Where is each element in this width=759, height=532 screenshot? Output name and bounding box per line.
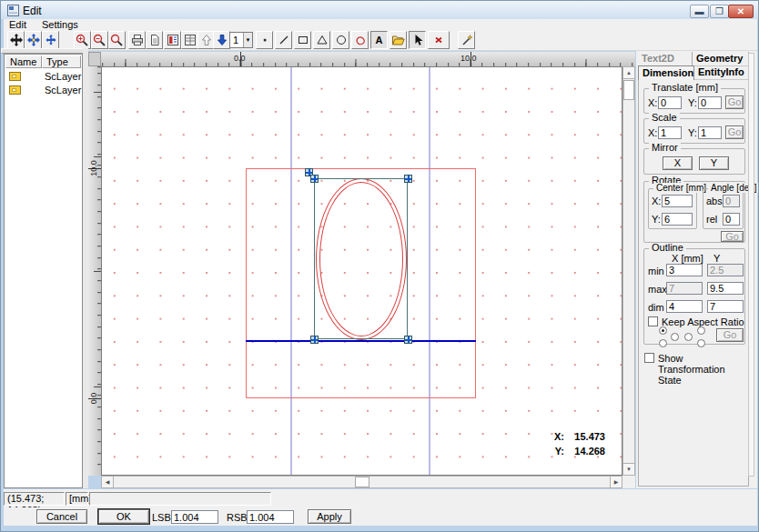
ruler-label: 0.0: [234, 54, 246, 63]
selection-handle-tl[interactable]: [310, 175, 319, 183]
rel-label: rel: [706, 214, 717, 225]
rotate-center-title: Center [mm]: [653, 183, 709, 193]
point-tool-button[interactable]: [256, 31, 273, 49]
zoom-out-button[interactable]: [91, 31, 108, 49]
selection-handle-br[interactable]: [404, 336, 412, 344]
maximize-button[interactable]: ❐: [710, 5, 729, 18]
outline-min-y-input: [707, 264, 744, 276]
tab-dimension[interactable]: Dimension: [638, 65, 694, 80]
scale-go-button[interactable]: Go: [725, 125, 744, 139]
mirror-y-button[interactable]: Y: [699, 156, 729, 170]
translate-x-input[interactable]: [658, 96, 682, 109]
cancel-button[interactable]: Cancel: [36, 509, 87, 524]
mirror-x-button[interactable]: X: [663, 156, 693, 170]
open-folder-icon: [391, 34, 405, 46]
close-button[interactable]: ✕: [728, 5, 754, 18]
tab-text2d[interactable]: Text2D: [638, 52, 693, 66]
anchor-radio-center-right[interactable]: [684, 333, 693, 341]
column-header-type[interactable]: Type: [42, 55, 81, 68]
translate-go-button[interactable]: Go: [725, 95, 744, 109]
outline-dim-x-input[interactable]: [666, 300, 703, 313]
tab-geometry[interactable]: Geometry: [693, 52, 749, 66]
menu-settings[interactable]: Settings: [36, 19, 86, 30]
minimize-button[interactable]: ▬: [690, 5, 709, 18]
pan-view-button[interactable]: [7, 31, 25, 49]
scroll-down-icon[interactable]: ▼: [622, 463, 635, 476]
chevron-down-icon[interactable]: ▼: [243, 33, 252, 47]
selection-handle-bl[interactable]: [310, 336, 319, 344]
outline-max-x-input: [666, 282, 703, 295]
polyline-tool-button[interactable]: [351, 31, 369, 49]
rotate-center-y-input[interactable]: [662, 213, 693, 226]
outline-dim-y-input[interactable]: [707, 300, 744, 313]
polyline-icon: [354, 34, 367, 46]
move-layer-down-button[interactable]: [213, 31, 230, 49]
circle-tool-button[interactable]: [332, 31, 349, 49]
window-title: Edit: [23, 5, 42, 17]
anchor-radio-center-left[interactable]: [671, 333, 679, 341]
pan-entity-button[interactable]: [25, 31, 42, 49]
keep-aspect-checkbox[interactable]: [648, 316, 658, 326]
scroll-up-icon[interactable]: ▲: [622, 66, 635, 79]
rectangle-icon: [297, 34, 309, 46]
import-tool-button[interactable]: [390, 31, 407, 49]
outline-min-x-input[interactable]: [666, 264, 703, 276]
scroll-right-icon[interactable]: ▶: [610, 476, 622, 488]
apply-button[interactable]: Apply: [308, 509, 351, 524]
pan-fine-button[interactable]: [42, 31, 59, 49]
vertical-scroll-thumb[interactable]: [623, 80, 634, 100]
text-tool-button[interactable]: A: [370, 31, 388, 49]
rotate-center-x-input[interactable]: [662, 195, 693, 207]
window-frame-bottom: [1, 526, 759, 532]
layer-row[interactable]: ScLayer: [6, 70, 81, 84]
outline-go-button[interactable]: Go: [716, 328, 744, 342]
property-grid-toggle-button[interactable]: [181, 31, 198, 49]
selection-handle-tr[interactable]: [404, 175, 412, 183]
rotate-rel-input[interactable]: [723, 213, 740, 226]
tab-entityinfo[interactable]: EntityInfo: [694, 65, 749, 80]
menu-edit[interactable]: Edit: [4, 19, 34, 30]
ok-button[interactable]: OK: [98, 509, 149, 524]
cursor-arrow-icon: [411, 34, 424, 46]
column-header-name[interactable]: Name: [5, 55, 42, 68]
print-preview-button[interactable]: [146, 31, 163, 49]
anchor-radio-bottom-left[interactable]: [659, 339, 667, 347]
horizontal-scrollbar[interactable]: ◀ ▶: [101, 476, 622, 488]
lsb-input[interactable]: [171, 510, 218, 524]
drawing-canvas[interactable]: X: 15.473 Y: 14.268: [101, 66, 622, 476]
rectangle-tool-button[interactable]: [294, 31, 311, 49]
wand-tool-button[interactable]: [458, 31, 475, 49]
readout-x-value: 15.473: [567, 431, 605, 442]
show-transformation-checkbox[interactable]: [644, 353, 654, 363]
delete-tool-button[interactable]: [428, 31, 450, 49]
rotate-go-button[interactable]: Go: [721, 231, 744, 242]
zoom-free-button[interactable]: [108, 31, 126, 49]
rsb-input[interactable]: [247, 510, 294, 524]
app-icon: [7, 5, 19, 16]
anchor-radio-top-right[interactable]: [697, 326, 705, 335]
scroll-left-icon[interactable]: ◀: [101, 476, 114, 488]
print-button[interactable]: [128, 31, 146, 49]
triangle-tool-button[interactable]: [313, 31, 330, 49]
anchor-radio-top-left[interactable]: [659, 326, 667, 335]
layer-icon: [9, 72, 21, 81]
anchor-radio-bottom-right[interactable]: [697, 339, 705, 347]
layer-row[interactable]: ScLayer: [6, 84, 81, 97]
layer-selector-value: 1: [233, 35, 238, 45]
entity-list-toggle-button[interactable]: [164, 31, 181, 49]
rotate-group: Rotate Center [mm] X: Y: Angle [deg] abs…: [643, 181, 745, 243]
vertical-scrollbar[interactable]: ▲ ▼: [622, 66, 635, 476]
zoom-in-icon: [76, 34, 89, 47]
outline-max-y-input[interactable]: [707, 282, 744, 295]
layer-selector[interactable]: 1 ▼: [229, 32, 253, 48]
scale-x-input[interactable]: [658, 126, 682, 139]
horizontal-scroll-thumb[interactable]: [355, 477, 369, 487]
zoom-in-button[interactable]: [74, 31, 91, 49]
arrow-down-icon: [216, 34, 228, 46]
translate-y-input[interactable]: [698, 96, 722, 109]
select-tool-button[interactable]: [409, 31, 426, 49]
scale-y-input[interactable]: [698, 126, 722, 139]
panel-scrollbar[interactable]: [748, 53, 754, 477]
edit-window: Edit ▬ ❐ ✕ Edit Settings: [0, 0, 759, 532]
line-tool-button[interactable]: [275, 31, 292, 49]
